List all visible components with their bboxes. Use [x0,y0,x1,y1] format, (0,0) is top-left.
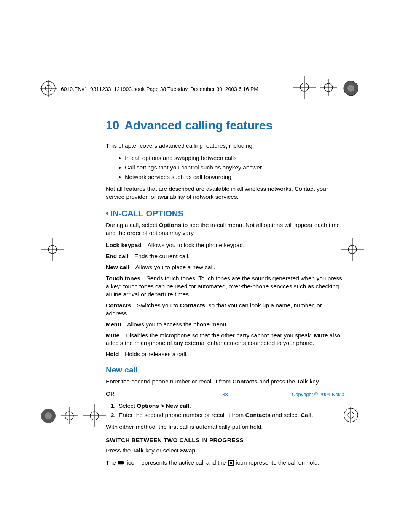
switch-p2: The icon represents the active call and … [106,459,344,467]
subsection-new-call: New call [106,364,344,375]
list-item: Select Options > New call. [117,402,344,410]
def-new-call: New call—Allows you to place a new call. [106,264,344,272]
page-number: 38 [222,391,228,397]
def-mute: Mute—Disables the microphone so that the… [106,332,344,348]
list-item: Network services such as call forwarding [125,173,344,181]
running-header: 6010.ENv1_9311233_121903.book Page 38 Tu… [61,86,258,92]
newcall-p1: Enter the second phone number or recall … [106,378,344,386]
def-touch-tones: Touch tones—Sends touch tones. Touch ton… [106,275,344,299]
newcall-steps: Select Options > New call. Enter the sec… [106,402,344,420]
def-end-call: End call—Ends the current call. [106,252,344,260]
intro-bullets: In-call options and swapping between cal… [106,154,344,181]
list-item: Call settings that you control such as a… [125,164,344,172]
def-menu: Menu—Allows you to access the phone menu… [106,321,344,329]
copyright-text: Copyright © 2004 Nokia [292,391,344,397]
incall-intro: During a call, select Options to see the… [106,221,344,237]
switch-p1: Press the Talk key or select Swap. [106,447,344,455]
def-hold: Hold—Holds or releases a call. [106,350,344,358]
newcall-p2: With either method, the first call is au… [106,423,344,431]
intro-note: Not all features that are described are … [106,185,344,201]
intro-lead: This chapter covers advanced calling fea… [106,142,344,150]
section-incall-options: •IN-CALL OPTIONS [106,208,344,219]
subsection-switch-calls: SWITCH BETWEEN TWO CALLS IN PROGRESS [106,436,344,444]
chapter-title: 10Advanced calling features [106,117,344,134]
def-contacts: Contacts—Switches you to Contacts, so th… [106,302,344,318]
page-content: 10Advanced calling features This chapter… [0,0,411,467]
hold-call-icon [228,460,234,466]
list-item: In-call options and swapping between cal… [125,154,344,162]
list-item: Enter the second phone number or recall … [117,411,344,419]
def-lock-keypad: Lock keypad—Allows you to lock the phone… [106,241,344,249]
active-call-icon [118,460,124,465]
